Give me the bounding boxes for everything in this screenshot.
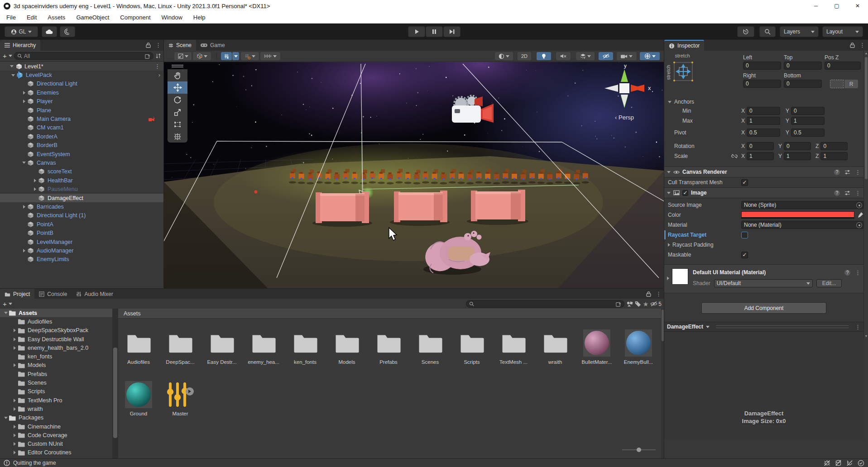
grid-visibility-dropdown[interactable]: [241, 52, 259, 60]
asset-prefabs[interactable]: Prefabs: [368, 329, 409, 365]
hierarchy-item-pointb[interactable]: PointB: [0, 229, 164, 237]
rotation-x-field[interactable]: 0: [747, 142, 774, 150]
kebab-menu-icon[interactable]: ⋮: [855, 169, 861, 176]
hidden-packages-toggle[interactable]: 5: [650, 301, 662, 307]
shader-dropdown[interactable]: UI/Default: [714, 279, 813, 287]
anchor-max-x-field[interactable]: 1: [747, 117, 780, 125]
asset-enemybull-[interactable]: EnemyBull...: [618, 329, 659, 365]
hierarchy-item-levelpack[interactable]: LevelPack›: [0, 71, 164, 79]
shader-edit-button[interactable]: Edit...: [816, 279, 842, 287]
tool-settings-dropdown[interactable]: [174, 52, 192, 60]
palette-drag-handle[interactable]: [172, 65, 183, 67]
camera-settings-dropdown[interactable]: [617, 52, 637, 60]
source-image-field[interactable]: None (Sprite): [741, 201, 863, 209]
link-broken-icon[interactable]: [731, 153, 738, 159]
asset-scripts[interactable]: Scripts: [451, 329, 493, 365]
lock-icon[interactable]: [850, 43, 855, 48]
rotate-tool-button[interactable]: [168, 94, 187, 106]
project-tree-item-code-coverage[interactable]: Code Coverage: [0, 431, 112, 439]
project-tree-item-easy-destructible-wall[interactable]: Easy Destructible Wall: [0, 335, 112, 343]
asset-models[interactable]: Models: [326, 329, 368, 365]
rect-tool-button[interactable]: [168, 118, 187, 130]
preview-pane-header[interactable]: DamageEffect ⋮: [664, 322, 863, 332]
asset-textmesh-[interactable]: TextMesh ...: [493, 329, 534, 365]
status-message[interactable]: Quitting the game: [13, 460, 56, 466]
anchor-min-x-field[interactable]: 0: [747, 107, 780, 115]
foldout-icon[interactable]: [10, 65, 14, 67]
gizmos-dropdown[interactable]: [640, 52, 660, 60]
hierarchy-item-pausemenu[interactable]: PauseMenu: [0, 185, 164, 193]
pivot-rotation-dropdown[interactable]: [193, 52, 211, 60]
cloud-button[interactable]: [42, 26, 57, 37]
grid-snap-dropdown[interactable]: [232, 52, 239, 60]
help-icon[interactable]: ?: [844, 270, 850, 276]
asset-ground[interactable]: Ground: [118, 380, 159, 416]
menu-item-component[interactable]: Component: [120, 14, 150, 21]
tab-audio-mixer[interactable]: Audio Mixer: [72, 289, 117, 300]
anchor-max-y-field[interactable]: 1: [791, 117, 825, 125]
plastic-scm-button[interactable]: [60, 26, 75, 37]
search-by-label-icon[interactable]: [635, 301, 641, 307]
pivot-y-field[interactable]: 0.5: [791, 129, 825, 137]
hierarchy-item-audiomanager[interactable]: AudioManager: [0, 246, 164, 255]
project-tree-item-scenes[interactable]: Scenes: [0, 378, 112, 387]
asset-master[interactable]: Master: [159, 380, 201, 416]
kebab-menu-icon[interactable]: ⋮: [155, 42, 161, 48]
tab-console[interactable]: Console: [34, 289, 72, 300]
raycast-padding-foldout[interactable]: Raycast Padding: [664, 240, 863, 250]
asset-grid-breadcrumb[interactable]: Assets: [118, 309, 661, 319]
scene-orientation-gizmo[interactable]: y x Persp: [597, 65, 652, 128]
menu-item-edit[interactable]: Edit: [27, 14, 37, 21]
perspective-label[interactable]: Persp: [597, 114, 652, 121]
step-button[interactable]: [443, 26, 460, 37]
effects-dropdown[interactable]: [576, 52, 595, 60]
save-search-icon[interactable]: [145, 53, 150, 59]
menu-item-help[interactable]: Help: [193, 14, 206, 21]
anchors-foldout[interactable]: Anchors: [664, 98, 863, 106]
chevron-down-icon[interactable]: [9, 55, 12, 57]
pivot-x-field[interactable]: 0.5: [747, 129, 780, 137]
menu-item-assets[interactable]: Assets: [48, 14, 65, 21]
play-overlay-icon[interactable]: [186, 387, 194, 396]
hierarchy-item-enemylimits[interactable]: EnemyLimits: [0, 255, 164, 264]
help-icon[interactable]: ?: [834, 190, 840, 196]
preview-resize-grip[interactable]: [716, 325, 849, 328]
add-component-button[interactable]: Add Component: [701, 302, 826, 314]
lighting-toggle[interactable]: [537, 52, 551, 60]
hierarchy-item-enemies[interactable]: Enemies: [0, 88, 164, 97]
canvas-renderer-header[interactable]: Canvas Renderer ? ⋮: [664, 167, 863, 177]
image-enabled-checkbox[interactable]: ✓: [682, 190, 688, 196]
kebab-menu-icon[interactable]: ⋮: [855, 269, 861, 276]
move-tool-button[interactable]: [168, 81, 187, 94]
project-tree-item-models[interactable]: Models: [0, 361, 112, 370]
tab-project[interactable]: Project: [0, 289, 34, 300]
hierarchy-item-levelmanager[interactable]: LevelManager: [0, 238, 164, 246]
favorites-star-icon[interactable]: ★: [643, 300, 649, 308]
tab-game[interactable]: Game: [196, 40, 230, 51]
asset-wraith[interactable]: wraith: [534, 329, 576, 365]
project-tree-item-prefabs[interactable]: Prefabs: [0, 370, 112, 378]
rotation-y-field[interactable]: 0: [784, 142, 811, 150]
layout-dropdown[interactable]: Layout: [822, 26, 863, 37]
left-field[interactable]: 0: [743, 62, 781, 70]
hierarchy-item-canvas[interactable]: Canvas: [0, 158, 164, 167]
hidden-objects-toggle[interactable]: [599, 52, 613, 60]
2d-toggle[interactable]: 2D: [518, 52, 531, 60]
hierarchy-item-directional-light-1-[interactable]: Directional Light (1): [0, 211, 164, 220]
hierarchy-item-pointa[interactable]: PointA: [0, 220, 164, 229]
hierarchy-item-main-camera[interactable]: Main Camera: [0, 114, 164, 123]
auto-refresh-disabled-icon[interactable]: [846, 460, 853, 466]
search-button[interactable]: [759, 26, 776, 37]
view-hand-tool-button[interactable]: [168, 69, 187, 81]
hierarchy-item-plane[interactable]: Plane: [0, 106, 164, 114]
project-tree-item-audiofiles[interactable]: Audiofiles: [0, 317, 112, 326]
maskable-checkbox[interactable]: ✓: [741, 252, 748, 258]
project-search-input[interactable]: [466, 300, 624, 308]
sort-icon[interactable]: [155, 53, 161, 59]
object-picker-icon[interactable]: [856, 202, 862, 208]
project-tree-item-textmesh-pro[interactable]: TextMesh Pro: [0, 396, 112, 405]
scale-z-field[interactable]: 1: [820, 152, 848, 160]
asset-ken-fonts[interactable]: ken_fonts: [284, 329, 326, 365]
add-object-button[interactable]: +: [3, 52, 7, 60]
cull-transparent-mesh-checkbox[interactable]: ✓: [741, 179, 748, 186]
